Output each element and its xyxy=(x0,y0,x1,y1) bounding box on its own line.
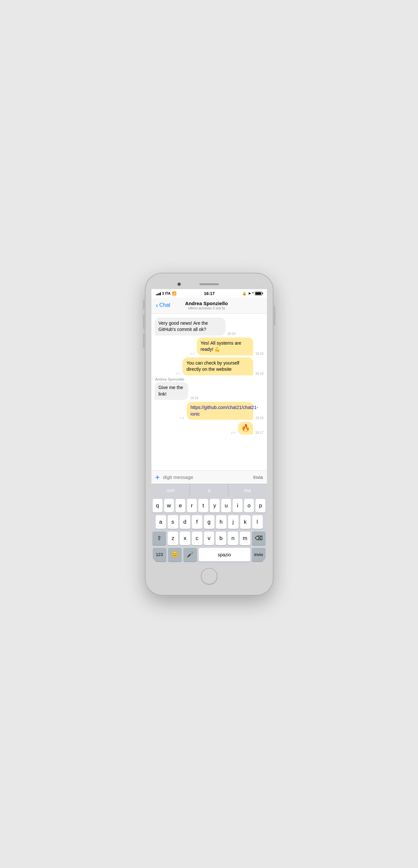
volume-down-button xyxy=(143,333,145,348)
message-text: 🔥 xyxy=(241,424,250,432)
key-c[interactable]: c xyxy=(192,531,202,545)
delete-key[interactable]: ⌫ xyxy=(252,531,266,545)
sender-name: Andrea Sponziello xyxy=(155,377,184,381)
space-key[interactable]: spazio xyxy=(199,548,250,562)
key-x[interactable]: x xyxy=(180,531,190,545)
keyboard-row-3: ⇧ z x c v b n m ⌫ xyxy=(153,531,266,545)
keyboard-row-1: q w e r t y u i o p xyxy=(153,499,266,513)
key-m[interactable]: m xyxy=(240,531,250,545)
key-j[interactable]: j xyxy=(228,515,239,529)
message-check: ✓✓ xyxy=(231,431,236,434)
key-q[interactable]: q xyxy=(153,499,163,513)
add-attachment-button[interactable]: + xyxy=(155,473,160,481)
wifi-icon: 📶 xyxy=(172,291,177,296)
location-icon: ➤ xyxy=(248,291,251,296)
message-with-time: 16:16 You can check by yourself directly… xyxy=(155,358,264,375)
numbers-key[interactable]: 123 xyxy=(153,548,166,562)
message-text: https://github.com/chat21/chat21-ionic xyxy=(190,405,258,416)
back-arrow-icon: ‹ xyxy=(156,302,158,308)
mic-key[interactable]: 🎤 xyxy=(183,548,197,562)
message-text: Very good news! Are the GitHub's commit … xyxy=(159,320,208,332)
key-i[interactable]: i xyxy=(233,499,242,513)
shift-key[interactable]: ⇧ xyxy=(152,531,166,545)
key-l[interactable]: l xyxy=(252,515,263,529)
message-bubble: Very good news! Are the GitHub's commit … xyxy=(155,317,225,336)
message-time: 16:16 xyxy=(255,416,263,420)
autocomplete-word-1[interactable]: non xyxy=(151,484,190,496)
key-y[interactable]: y xyxy=(210,499,220,513)
message-with-time: Give me the link! 16:16 xyxy=(155,382,207,400)
message-check: ✓✓ xyxy=(175,372,180,375)
emoji-key[interactable]: 😊 xyxy=(168,548,182,562)
message-row: 16:16 https://github.com/chat21/chat21-i… xyxy=(155,402,264,420)
message-time: 16:16 xyxy=(190,396,198,400)
front-camera xyxy=(177,283,181,286)
phone-speaker xyxy=(199,283,219,285)
power-button xyxy=(274,306,275,326)
signal-icon xyxy=(156,292,161,295)
keyboard: q w e r t y u i o p a s d f g h j k xyxy=(151,496,267,564)
message-check: ✓✓ xyxy=(189,352,195,355)
key-f[interactable]: f xyxy=(192,515,202,529)
key-a[interactable]: a xyxy=(155,515,166,529)
keyboard-row-4: 123 😊 🎤 spazio invio xyxy=(153,548,266,562)
key-n[interactable]: n xyxy=(228,531,238,545)
home-button[interactable] xyxy=(201,568,217,584)
send-button[interactable]: Invia xyxy=(253,475,263,480)
message-bubble: Yes! All systems are ready! 💪 xyxy=(197,338,253,355)
message-bubble: Give me the link! xyxy=(155,382,188,400)
message-with-time: 16:16 https://github.com/chat21/chat21-i… xyxy=(161,402,264,420)
message-row: 16:17 🔥 ✓✓ xyxy=(155,422,264,434)
key-z[interactable]: z xyxy=(168,531,178,545)
key-t[interactable]: t xyxy=(198,499,208,513)
message-text: You can check by yourself directly on th… xyxy=(186,360,239,372)
key-b[interactable]: b xyxy=(216,531,226,545)
message-input[interactable] xyxy=(163,474,250,480)
keyboard-row-2: a s d f g h j k l xyxy=(153,515,266,529)
message-time: 16:16 xyxy=(255,372,263,375)
nav-bar: ‹ Chat Andrea Sponziello ultimo accesso … xyxy=(151,298,267,314)
chat-area: Very good news! Are the GitHub's commit … xyxy=(151,314,267,470)
phone-screen: 3 ITA 📶 16:17 🔒 ➤ * ‹ Chat Andrea Sponzi… xyxy=(151,279,267,564)
message-check: ✓✓ xyxy=(179,416,185,420)
key-w[interactable]: w xyxy=(164,499,174,513)
message-bubble: You can check by yourself directly on th… xyxy=(182,358,253,375)
phone-top-notch xyxy=(151,279,267,289)
back-button[interactable]: ‹ Chat xyxy=(156,302,170,308)
key-o[interactable]: o xyxy=(244,499,254,513)
autocomplete-word-3[interactable]: ma xyxy=(229,484,267,496)
message-row: Very good news! Are the GitHub's commit … xyxy=(155,317,264,336)
message-with-time: 16:17 🔥 ✓✓ xyxy=(230,422,263,434)
autocomplete-bar: non a ma xyxy=(151,484,267,496)
key-d[interactable]: d xyxy=(180,515,190,529)
key-u[interactable]: u xyxy=(221,499,231,513)
home-button-area xyxy=(151,564,267,589)
key-g[interactable]: g xyxy=(204,515,214,529)
message-bubble[interactable]: https://github.com/chat21/chat21-ionic xyxy=(187,402,253,420)
message-text: Yes! All systems are ready! 💪 xyxy=(201,340,241,352)
key-v[interactable]: v xyxy=(204,531,214,545)
status-time: 16:17 xyxy=(204,291,215,296)
autocomplete-word-2[interactable]: a xyxy=(190,484,229,496)
key-h[interactable]: h xyxy=(216,515,227,529)
message-time: 16:14 xyxy=(228,332,236,336)
message-row: 16:16 You can check by yourself directly… xyxy=(155,358,264,375)
status-bar: 3 ITA 📶 16:17 🔒 ➤ * xyxy=(151,289,267,298)
message-text: Give me the link! xyxy=(159,385,183,397)
key-p[interactable]: p xyxy=(255,499,265,513)
silent-button xyxy=(143,300,145,309)
back-label: Chat xyxy=(159,302,170,308)
key-e[interactable]: e xyxy=(176,499,185,513)
contact-name: Andrea Sponziello xyxy=(185,301,228,306)
message-row: 16:15 Yes! All systems are ready! 💪 ✓✓ xyxy=(155,338,264,355)
carrier-label: 3 ITA xyxy=(162,291,171,295)
message-bubble: 🔥 xyxy=(238,422,253,434)
return-key[interactable]: invio xyxy=(252,548,266,562)
message-with-time: 16:15 Yes! All systems are ready! 💪 ✓✓ xyxy=(176,338,263,355)
input-area: + Invia xyxy=(151,470,267,484)
key-r[interactable]: r xyxy=(187,499,197,513)
battery-icon xyxy=(255,292,262,295)
key-k[interactable]: k xyxy=(240,515,251,529)
key-s[interactable]: s xyxy=(168,515,178,529)
volume-up-button xyxy=(143,314,145,329)
